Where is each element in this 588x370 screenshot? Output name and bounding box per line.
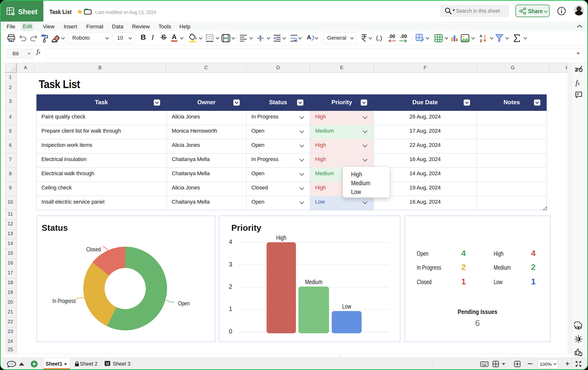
svg-text:12: 12	[106, 362, 109, 365]
svg-text:A: A	[307, 34, 311, 41]
svg-text:.00: .00	[388, 34, 395, 39]
svg-text:.00: .00	[400, 34, 407, 39]
svg-text:Z: Z	[480, 39, 482, 43]
svg-text:A: A	[480, 34, 482, 38]
svg-text:A: A	[172, 34, 177, 41]
